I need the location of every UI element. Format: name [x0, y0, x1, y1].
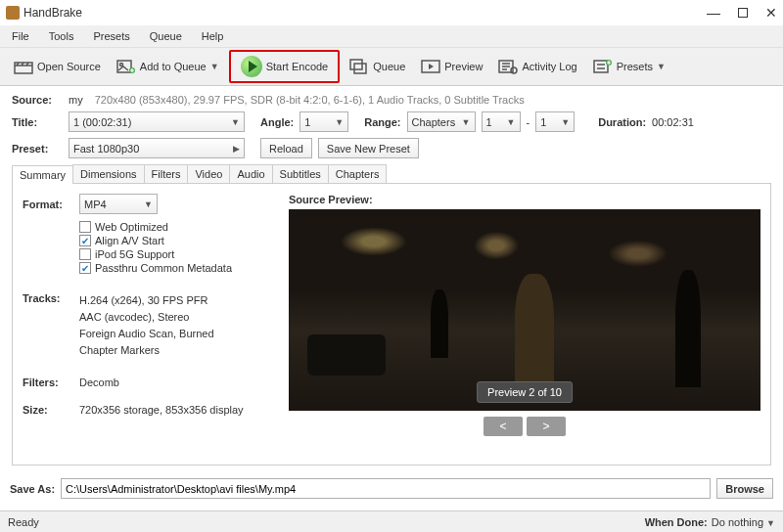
angle-select[interactable]: 1▼ — [299, 111, 348, 132]
menu-tools[interactable]: Tools — [41, 28, 82, 44]
start-encode-button[interactable]: Start Encode — [229, 50, 341, 83]
track-subtitle: Foreign Audio Scan, Burned — [79, 326, 214, 342]
tab-video[interactable]: Video — [187, 164, 230, 183]
chevron-down-icon: ▼ — [657, 62, 666, 71]
tab-chapters[interactable]: Chapters — [328, 164, 388, 183]
chevron-down-icon: ▼ — [458, 117, 471, 127]
tab-audio[interactable]: Audio — [229, 164, 272, 183]
presets-icon — [593, 58, 613, 75]
titlebar: HandBrake — ✕ — [0, 0, 783, 25]
preview-next-button[interactable]: > — [527, 417, 566, 436]
activity-log-button[interactable]: Activity Log — [492, 56, 582, 77]
preset-select[interactable]: Fast 1080p30▶ — [69, 138, 245, 158]
chevron-down-icon: ▼ — [140, 200, 153, 209]
save-new-preset-button[interactable]: Save New Preset — [318, 138, 419, 158]
presets-button[interactable]: Presets ▼ — [587, 56, 671, 77]
range-type-select[interactable]: Chapters▼ — [407, 111, 476, 132]
clapper-icon — [14, 58, 33, 75]
menu-file[interactable]: File — [4, 28, 37, 44]
tabs: Summary Dimensions Filters Video Audio S… — [12, 164, 771, 184]
app-title: HandBrake — [23, 6, 82, 20]
menu-presets[interactable]: Presets — [85, 28, 137, 44]
activity-log-label: Activity Log — [522, 61, 576, 72]
ipod-5g-label: iPod 5G Support — [95, 248, 174, 260]
tab-summary[interactable]: Summary — [12, 165, 73, 184]
preview-shape — [675, 270, 701, 387]
chevron-down-icon: ▼ — [210, 62, 219, 71]
range-label: Range: — [364, 116, 400, 128]
minimize-button[interactable]: — — [707, 6, 720, 20]
preview-shape — [515, 274, 554, 381]
add-to-queue-label: Add to Queue — [140, 61, 207, 72]
ipod-5g-checkbox[interactable] — [79, 248, 91, 260]
save-as-label: Save As: — [10, 483, 55, 495]
angle-label: Angle: — [260, 116, 294, 128]
queue-button[interactable]: Queue — [344, 56, 411, 77]
chevron-down-icon: ▼ — [227, 117, 240, 127]
chevron-down-icon: ▼ — [331, 117, 344, 127]
preview-button[interactable]: Preview — [415, 56, 488, 77]
summary-panel: Format: MP4▼ Web Optimized ✔Align A/V St… — [12, 184, 771, 466]
reload-preset-button[interactable]: Reload — [260, 138, 312, 158]
open-source-button[interactable]: Open Source — [8, 56, 107, 77]
passthru-meta-checkbox[interactable]: ✔ — [79, 262, 91, 274]
preview-label: Preview — [444, 61, 483, 72]
svg-rect-8 — [350, 60, 362, 69]
source-preview-heading: Source Preview: — [289, 194, 760, 205]
tracks-label: Tracks: — [23, 292, 79, 359]
source-label: Source: — [12, 94, 63, 106]
svg-point-15 — [511, 67, 517, 73]
duration-label: Duration: — [598, 116, 646, 128]
format-label: Format: — [23, 199, 79, 210]
source-preview[interactable]: Preview 2 of 10 — [289, 209, 760, 411]
tab-dimensions[interactable]: Dimensions — [72, 164, 144, 183]
source-info: 720x480 (853x480), 29.97 FPS, SDR (8-bit… — [95, 94, 525, 106]
add-to-queue-button[interactable]: Add to Queue ▼ — [111, 56, 225, 77]
align-av-label: Align A/V Start — [95, 235, 164, 246]
image-plus-icon — [116, 58, 136, 75]
track-chapters: Chapter Markers — [79, 342, 214, 359]
status-ready: Ready — [8, 516, 39, 528]
passthru-meta-label: Passthru Common Metadata — [95, 262, 232, 274]
preview-counter: Preview 2 of 10 — [477, 381, 573, 403]
title-select[interactable]: 1 (00:02:31)▼ — [69, 111, 245, 132]
preview-shape — [431, 289, 448, 358]
menu-queue[interactable]: Queue — [142, 28, 190, 44]
statusbar: Ready When Done: Do nothing ▼ — [0, 510, 783, 532]
source-name: my — [69, 94, 83, 106]
range-from-select[interactable]: 1▼ — [482, 111, 521, 132]
tab-filters[interactable]: Filters — [144, 164, 189, 183]
start-encode-label: Start Encode — [266, 61, 329, 72]
preset-label: Preset: — [12, 143, 63, 155]
preview-prev-button[interactable]: < — [484, 417, 523, 436]
maximize-button[interactable] — [738, 8, 748, 18]
source-row: Source: my 720x480 (853x480), 29.97 FPS,… — [12, 94, 771, 106]
menubar: File Tools Presets Queue Help — [0, 25, 783, 47]
web-optimized-label: Web Optimized — [95, 221, 168, 233]
when-done-select[interactable]: Do nothing ▼ — [712, 516, 775, 528]
chevron-down-icon: ▼ — [766, 518, 775, 528]
track-video: H.264 (x264), 30 FPS PFR — [79, 292, 214, 309]
play-icon — [241, 56, 262, 77]
open-source-label: Open Source — [37, 61, 101, 72]
browse-button[interactable]: Browse — [716, 478, 773, 499]
filters-label: Filters: — [23, 377, 79, 388]
app-icon — [6, 6, 20, 20]
tab-subtitles[interactable]: Subtitles — [272, 164, 329, 183]
menu-help[interactable]: Help — [194, 28, 232, 44]
align-av-checkbox[interactable]: ✔ — [79, 235, 91, 246]
filters-value: Decomb — [79, 377, 119, 388]
activity-log-icon — [498, 58, 518, 75]
svg-rect-16 — [594, 61, 608, 72]
preview-play-icon — [421, 58, 440, 75]
duration-value: 00:02:31 — [652, 116, 694, 128]
size-label: Size: — [23, 404, 79, 416]
toolbar: Open Source Add to Queue ▼ Start Encode … — [0, 47, 783, 86]
close-button[interactable]: ✕ — [765, 6, 777, 20]
range-to-select[interactable]: 1▼ — [535, 111, 575, 132]
svg-point-6 — [119, 64, 122, 66]
web-optimized-checkbox[interactable] — [79, 221, 91, 233]
save-as-input[interactable] — [61, 478, 711, 499]
presets-label: Presets — [617, 61, 653, 72]
format-select[interactable]: MP4▼ — [79, 194, 158, 214]
